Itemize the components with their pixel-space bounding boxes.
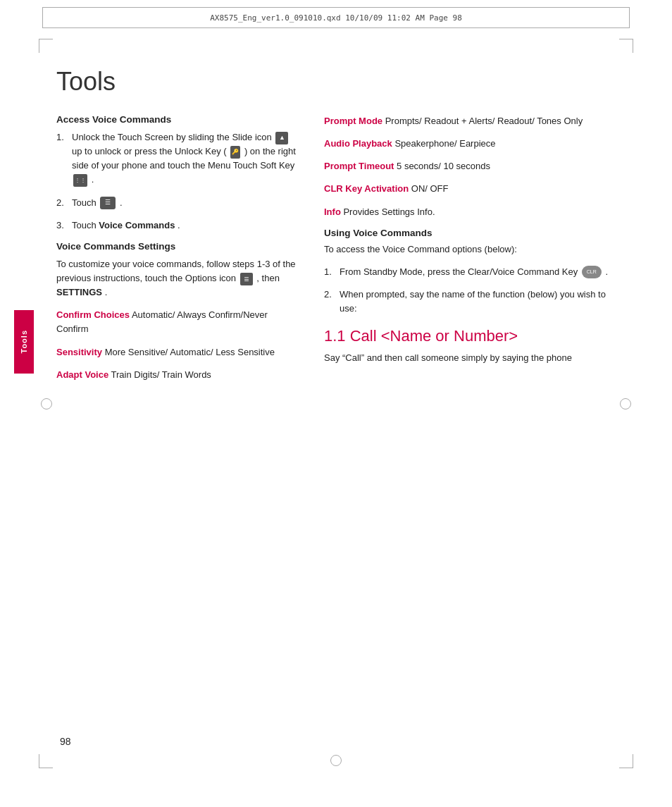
options-icon — [240, 273, 253, 285]
reg-circle-left — [41, 398, 52, 409]
term2-block: Sensitivity More Sensitive/ Automatic/ L… — [56, 345, 296, 359]
step3-num: 3. — [56, 218, 72, 233]
reg-mark-bl — [39, 754, 53, 768]
right-step1-num: 1. — [324, 265, 340, 279]
right-column: Prompt Mode Prompts/ Readout + Alerts/ R… — [324, 114, 616, 390]
term2-label: Sensitivity — [56, 347, 102, 357]
term2-desc: More Sensitive/ Automatic/ Less Sensitiv… — [102, 347, 275, 357]
term1-label: Confirm Choices — [56, 309, 130, 320]
step3-content: Touch Voice Commands . — [72, 218, 296, 233]
big-desc: Say “Call” and then call someone simply … — [324, 351, 616, 365]
section1-heading: Access Voice Commands — [56, 114, 296, 125]
slide-icon — [275, 132, 288, 144]
right-step1-content: From Standby Mode, press the Clear/Voice… — [340, 265, 616, 279]
term7-label: CLR Key Activation — [324, 183, 409, 194]
term8-desc: Provides Settings Info. — [341, 207, 435, 217]
section2-heading: Voice Commands Settings — [56, 241, 296, 252]
step1-text-d: . — [92, 174, 94, 185]
left-column: Access Voice Commands 1. Unlock the Touc… — [56, 114, 296, 390]
step2: 2. Touch . — [56, 196, 296, 210]
step3: 3. Touch Voice Commands . — [56, 218, 296, 233]
step2-content: Touch . — [72, 196, 296, 210]
right-step2-content: When prompted, say the name of the funct… — [340, 288, 616, 316]
settings-end: . — [105, 287, 108, 297]
term7-block: CLR Key Activation ON/ OFF — [324, 182, 616, 196]
step3-text-a: Touch — [72, 220, 97, 230]
right-step2-num: 2. — [324, 288, 340, 316]
step1-num: 1. — [56, 130, 72, 187]
term4-block: Prompt Mode Prompts/ Readout + Alerts/ R… — [324, 114, 616, 128]
step2-num: 2. — [56, 196, 72, 210]
reg-mark-tl — [39, 39, 53, 53]
term4-desc: Prompts/ Readout + Alerts/ Readout/ Tone… — [382, 116, 583, 126]
step1-text-a: Unlock the Touch Screen by sliding the S… — [72, 132, 272, 142]
term1-block: Confirm Choices Automatic/ Always Confir… — [56, 308, 296, 336]
term8-block: Info Provides Settings Info. — [324, 205, 616, 219]
key-icon — [230, 146, 240, 159]
term4-label: Prompt Mode — [324, 116, 382, 126]
reg-mark-br — [619, 754, 633, 768]
sidebar-label: Tools — [14, 310, 34, 374]
right-step2: 2. When prompted, say the name of the fu… — [324, 288, 616, 316]
term3-desc: Train Digits/ Train Words — [108, 369, 211, 380]
step1: 1. Unlock the Touch Screen by sliding th… — [56, 130, 296, 187]
step2-text-a: Touch — [72, 197, 97, 208]
reg-mark-tr — [619, 39, 633, 53]
using-intro: To access the Voice Command options (bel… — [324, 242, 616, 257]
term3-label: Adapt Voice — [56, 369, 108, 380]
settings-bold: SETTINGS — [56, 287, 102, 297]
settings-then: , then — [256, 273, 280, 283]
main-content: Tools Access Voice Commands 1. Unlock th… — [56, 46, 616, 758]
right-step2-text: When prompted, say the name of the funct… — [340, 289, 606, 314]
term5-label: Audio Playback — [324, 138, 392, 149]
right-step1-end: . — [605, 266, 608, 277]
term5-block: Audio Playback Speakerphone/ Earpiece — [324, 137, 616, 151]
reg-circle-right — [620, 398, 631, 409]
sidebar-label-text: Tools — [20, 330, 28, 354]
step1-content: Unlock the Touch Screen by sliding the S… — [72, 130, 296, 187]
right-step1: 1. From Standby Mode, press the Clear/Vo… — [324, 265, 616, 279]
touch-icon — [100, 197, 116, 209]
clr-icon — [582, 266, 602, 278]
two-column-layout: Access Voice Commands 1. Unlock the Touc… — [56, 114, 616, 390]
right-step1-text: From Standby Mode, press the Clear/Voice… — [340, 266, 578, 277]
term3-block: Adapt Voice Train Digits/ Train Words — [56, 368, 296, 382]
step2-period: . — [120, 197, 123, 208]
page-title: Tools — [56, 67, 616, 97]
step3-bold: Voice Commands — [99, 220, 175, 230]
term6-desc: 5 seconds/ 10 seconds — [394, 161, 490, 171]
header-bar: AX8575_Eng_ver1.0_091010.qxd 10/10/09 11… — [42, 7, 630, 28]
term6-block: Prompt Timeout 5 seconds/ 10 seconds — [324, 159, 616, 173]
term6-label: Prompt Timeout — [324, 161, 394, 171]
term7-desc: ON/ OFF — [409, 183, 448, 194]
step3-text-b: . — [178, 220, 180, 230]
term8-label: Info — [324, 207, 341, 217]
big-heading: 1.1 Call <Name or Number> — [324, 327, 616, 345]
settings-intro-block: To customize your voice commands, follow… — [56, 257, 296, 300]
term5-desc: Speakerphone/ Earpiece — [392, 138, 496, 149]
menu-icon — [73, 174, 87, 187]
step1-text-b: up to unlock or press the Unlock Key ( — [72, 146, 227, 156]
header-text: AX8575_Eng_ver1.0_091010.qxd 10/10/09 11… — [210, 13, 462, 23]
section3-heading: Using Voice Commands — [324, 228, 616, 238]
